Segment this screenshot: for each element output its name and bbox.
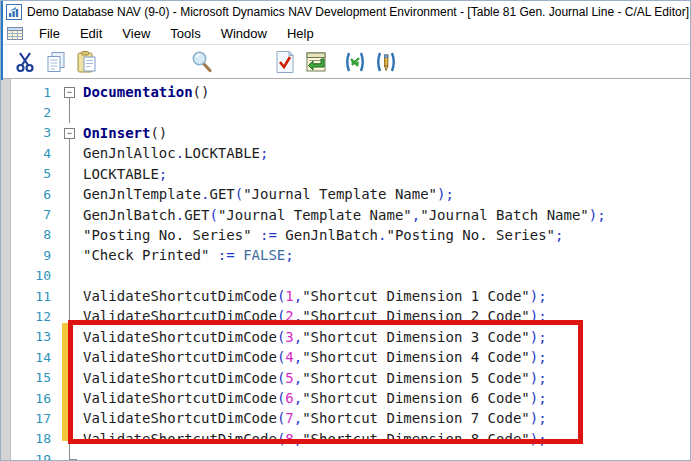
code-row-7[interactable]: 7GenJnlBatch.GET("Journal Template Name"…	[1, 204, 690, 224]
code-row-6[interactable]: 6GenJnlTemplate.GET("Journal Template Na…	[1, 184, 690, 204]
document-check-icon	[273, 50, 297, 74]
window-accent-border	[1, 1, 3, 80]
line-number: 6	[1, 187, 59, 202]
line-number: 19	[1, 452, 59, 461]
line-number: 14	[1, 350, 59, 365]
line-number: 3	[1, 125, 59, 140]
highlight-box	[68, 320, 583, 444]
code-row-10[interactable]: 10	[1, 266, 690, 286]
fold-guide	[59, 245, 81, 265]
magnifier-icon	[190, 50, 214, 74]
fold-guide	[59, 164, 81, 184]
code-row-19[interactable]: 19	[1, 449, 690, 461]
code-row-11[interactable]: 11ValidateShortcutDimCode(1,"Shortcut Di…	[1, 286, 690, 306]
window-title: Demo Database NAV (9-0) - Microsoft Dyna…	[27, 5, 689, 19]
app-logo-icon	[6, 4, 22, 20]
fold-guide	[59, 286, 81, 306]
code-row-4[interactable]: 4GenJnlAlloc.LOCKTABLE;	[1, 143, 690, 163]
run-button[interactable]	[302, 48, 330, 76]
code-row-2[interactable]: 2	[1, 102, 690, 122]
line-number: 16	[1, 391, 59, 406]
code-text: Documentation()	[81, 84, 209, 100]
paste-icon	[75, 50, 99, 74]
line-number: 18	[1, 431, 59, 446]
fold-guide	[59, 204, 81, 224]
code-text: "Posting No. Series" := GenJnlBatch."Pos…	[81, 227, 563, 243]
fold-collapse-icon[interactable]: −	[59, 123, 81, 143]
menu-bar: FileEditViewToolsWindowHelp	[1, 23, 690, 45]
fold-guide	[59, 102, 81, 122]
code-text: "Check Printed" := FALSE;	[81, 247, 294, 263]
symbol-menu-button[interactable]	[341, 48, 369, 76]
fold-guide	[59, 143, 81, 163]
parens-pencil-icon	[374, 50, 398, 74]
fold-guide	[59, 266, 81, 286]
code-row-8[interactable]: 8"Posting No. Series" := GenJnlBatch."Po…	[1, 225, 690, 245]
copy-icon	[44, 50, 68, 74]
line-number: 8	[1, 227, 59, 242]
line-number: 9	[1, 248, 59, 263]
menu-tools[interactable]: Tools	[160, 24, 210, 43]
menu-window[interactable]: Window	[211, 24, 277, 43]
menu-file[interactable]: File	[29, 24, 70, 43]
code-text: GenJnlTemplate.GET("Journal Template Nam…	[81, 186, 454, 202]
copy-button[interactable]	[42, 48, 70, 76]
code-row-5[interactable]: 5LOCKTABLE;	[1, 164, 690, 184]
menu-bar-items: FileEditViewToolsWindowHelp	[29, 24, 324, 43]
code-text: OnInsert()	[81, 125, 167, 141]
line-number: 12	[1, 309, 59, 324]
code-text: LOCKTABLE;	[81, 166, 167, 182]
fold-guide	[59, 184, 81, 204]
title-bar: Demo Database NAV (9-0) - Microsoft Dyna…	[1, 1, 690, 23]
run-table-icon	[304, 50, 328, 74]
line-number: 15	[1, 370, 59, 385]
menu-help[interactable]: Help	[277, 24, 324, 43]
syntax-check-button[interactable]	[271, 48, 299, 76]
table-window-icon	[7, 27, 23, 40]
fold-guide	[59, 449, 81, 461]
menu-edit[interactable]: Edit	[70, 24, 112, 43]
code-row-3[interactable]: 3−OnInsert()	[1, 123, 690, 143]
code-row-1[interactable]: 1−Documentation()	[1, 82, 690, 102]
menu-view[interactable]: View	[112, 24, 160, 43]
line-number: 13	[1, 329, 59, 344]
toolbar	[1, 45, 690, 79]
parens-arrows-icon	[343, 50, 367, 74]
line-number: 2	[1, 105, 59, 120]
line-number: 10	[1, 268, 59, 283]
application-window: Demo Database NAV (9-0) - Microsoft Dyna…	[0, 0, 691, 461]
cut-button[interactable]	[11, 48, 39, 76]
find-button[interactable]	[188, 48, 216, 76]
code-row-9[interactable]: 9"Check Printed" := FALSE;	[1, 245, 690, 265]
fold-collapse-icon[interactable]: −	[59, 82, 81, 102]
line-number: 7	[1, 207, 59, 222]
paste-button[interactable]	[73, 48, 101, 76]
line-number: 5	[1, 166, 59, 181]
line-number: 17	[1, 411, 59, 426]
cal-code-editor[interactable]: 1−Documentation()23−OnInsert()4GenJnlAll…	[1, 79, 690, 461]
line-number: 11	[1, 289, 59, 304]
line-number: 4	[1, 146, 59, 161]
code-text: GenJnlBatch.GET("Journal Template Name",…	[81, 207, 606, 223]
code-text: ValidateShortcutDimCode(1,"Shortcut Dime…	[81, 288, 547, 304]
code-text: GenJnlAlloc.LOCKTABLE;	[81, 145, 268, 161]
scissors-icon	[13, 50, 37, 74]
cal-code-button[interactable]	[372, 48, 400, 76]
fold-guide	[59, 225, 81, 245]
line-number: 1	[1, 85, 59, 100]
